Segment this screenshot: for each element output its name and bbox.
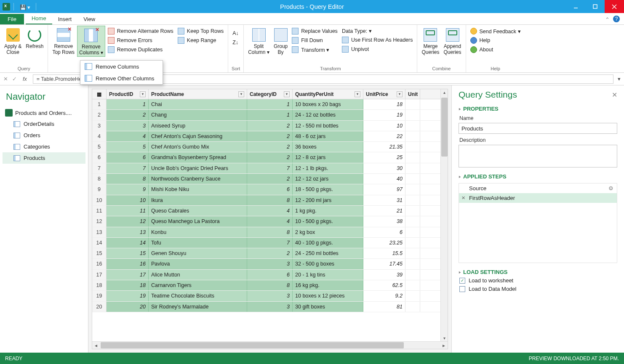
cell-productid[interactable]: 11 [107, 206, 149, 216]
cell-categoryid[interactable]: 3 [247, 291, 293, 301]
cell-qtyperunit[interactable]: 12 - 12 oz jars [293, 174, 363, 184]
merge-queries-button[interactable]: Merge Queries [420, 26, 441, 56]
cell-unit[interactable] [405, 291, 420, 301]
tab-view[interactable]: View [77, 14, 101, 24]
cell-productid[interactable]: 12 [107, 216, 149, 226]
cell-unitprice[interactable]: 21 [363, 206, 405, 216]
cell-productname[interactable]: Alice Mutton [149, 270, 247, 280]
cell-productname[interactable]: Queso Cabrales [149, 206, 247, 216]
dropdown-remove-other-columns[interactable]: Remove Other Columns [80, 72, 163, 84]
nav-item-orderdetails[interactable]: OrderDetails [3, 118, 85, 130]
cell-unitprice[interactable]: 21.35 [363, 142, 405, 152]
load-datamodel-checkbox[interactable]: Load to Data Model [459, 286, 616, 292]
cell-unit[interactable] [405, 259, 420, 269]
cell-productname[interactable]: Carnarvon Tigers [149, 280, 247, 290]
cell-unit[interactable] [405, 184, 420, 194]
cell-categoryid[interactable]: 2 [247, 131, 293, 141]
table-row[interactable]: 77Uncle Bob's Organic Dried Pears712 - 1… [92, 163, 448, 174]
cell-productname[interactable]: Grandma's Boysenberry Spread [149, 152, 247, 162]
cell-unitprice[interactable]: 25 [363, 152, 405, 162]
cell-unit[interactable] [405, 142, 420, 152]
cell-categoryid[interactable]: 4 [247, 206, 293, 216]
cell-unitprice[interactable]: 15.5 [363, 248, 405, 258]
cell-unitprice[interactable]: 40 [363, 174, 405, 184]
cell-unit[interactable] [405, 174, 420, 184]
cell-unitprice[interactable]: 62.5 [363, 280, 405, 290]
cell-productname[interactable]: Konbu [149, 227, 247, 237]
table-row[interactable]: 1212Queso Manchego La Pastora410 - 500 g… [92, 216, 448, 227]
cell-qtyperunit[interactable]: 24 - 12 oz bottles [293, 110, 363, 120]
cell-unitprice[interactable]: 6 [363, 227, 405, 237]
column-header-quantityperunit[interactable]: QuantityPerUnit▾ [293, 89, 363, 99]
tab-insert[interactable]: Insert [52, 14, 78, 24]
remove-duplicates-button[interactable]: Remove Duplicates [106, 46, 175, 53]
cell-categoryid[interactable]: 2 [247, 152, 293, 162]
cell-qtyperunit[interactable]: 2 kg box [293, 227, 363, 237]
data-type-button[interactable]: Data Type: ▾ [340, 27, 415, 35]
cell-productname[interactable]: Uncle Bob's Organic Dried Pears [149, 163, 247, 173]
table-row[interactable]: 99Mishi Kobe Niku618 - 500 g pkgs.97 [92, 184, 448, 195]
cell-unit[interactable] [405, 206, 420, 216]
table-row[interactable]: 1515Genen Shouyu224 - 250 ml bottles15.5 [92, 248, 448, 259]
send-feedback-button[interactable]: Send Feedback ▾ [469, 27, 523, 35]
cell-categoryid[interactable]: 2 [247, 174, 293, 184]
cell-qtyperunit[interactable]: 12 - 8 oz jars [293, 152, 363, 162]
table-row[interactable]: 1818Carnarvon Tigers816 kg pkg.62.5 [92, 280, 448, 291]
cell-unit[interactable] [405, 131, 420, 141]
remove-top-rows-button[interactable]: Remove Top Rows [51, 26, 76, 56]
table-row[interactable]: 55Chef Anton's Gumbo Mix236 boxes21.35 [92, 142, 448, 152]
column-header-productname[interactable]: ProductName▾ [149, 89, 247, 99]
cell-productname[interactable]: Pavlova [149, 259, 247, 269]
transform-button[interactable]: Transform ▾ [290, 46, 339, 53]
cell-productid[interactable]: 15 [107, 248, 149, 258]
cell-unit[interactable] [405, 270, 420, 280]
cell-productid[interactable]: 17 [107, 270, 149, 280]
cell-productid[interactable]: 10 [107, 195, 149, 205]
cell-unitprice[interactable]: 9.2 [363, 291, 405, 301]
table-row[interactable]: 11Chai110 boxes x 20 bags18 [92, 99, 448, 110]
table-row[interactable]: 2020Sir Rodney's Marmalade330 gift boxes… [92, 302, 448, 312]
unpivot-button[interactable]: Unpivot [340, 45, 415, 53]
cell-unit[interactable] [405, 302, 420, 312]
cell-productid[interactable]: 6 [107, 152, 149, 162]
description-input[interactable] [459, 145, 617, 167]
cell-qtyperunit[interactable]: 48 - 6 oz jars [293, 131, 363, 141]
nav-item-products[interactable]: Products [3, 152, 85, 164]
split-column-button[interactable]: Split Column ▾ [246, 26, 271, 56]
cell-qtyperunit[interactable]: 36 boxes [293, 142, 363, 152]
table-row[interactable]: 1717Alice Mutton620 - 1 kg tins39 [92, 270, 448, 280]
cell-categoryid[interactable]: 1 [247, 110, 293, 120]
cell-productname[interactable]: Ikura [149, 195, 247, 205]
about-button[interactable]: About [469, 46, 523, 53]
cell-categoryid[interactable]: 2 [247, 121, 293, 131]
cell-categoryid[interactable]: 1 [247, 99, 293, 109]
cell-qtyperunit[interactable]: 32 - 500 g boxes [293, 259, 363, 269]
cell-unit[interactable] [405, 280, 420, 290]
tab-home[interactable]: Home [26, 13, 52, 24]
cell-unitprice[interactable]: 30 [363, 163, 405, 173]
cell-unitprice[interactable]: 19 [363, 110, 405, 120]
cell-productname[interactable]: Chang [149, 110, 247, 120]
expand-formula-icon[interactable]: ▾ [618, 76, 621, 82]
cell-qtyperunit[interactable]: 40 - 100 g pkgs. [293, 238, 363, 248]
name-input[interactable]: Products [459, 123, 617, 134]
cell-productid[interactable]: 5 [107, 142, 149, 152]
cell-unitprice[interactable]: 10 [363, 121, 405, 131]
cell-productname[interactable]: Chef Anton's Gumbo Mix [149, 142, 247, 152]
applied-steps-header[interactable]: APPLIED STEPS [459, 173, 617, 180]
cell-productid[interactable]: 7 [107, 163, 149, 173]
cell-productname[interactable]: Mishi Kobe Niku [149, 184, 247, 194]
select-all-corner[interactable]: ▦ [92, 89, 107, 99]
cell-productname[interactable]: Queso Manchego La Pastora [149, 216, 247, 226]
step-firstrowasheader[interactable]: FirstRowAsHeader [459, 193, 617, 203]
cell-unitprice[interactable]: 81 [363, 302, 405, 312]
cell-qtyperunit[interactable]: 12 - 550 ml bottles [293, 121, 363, 131]
cell-categoryid[interactable]: 3 [247, 259, 293, 269]
apply-close-button[interactable]: Apply & Close [3, 26, 23, 56]
cell-unitprice[interactable]: 18 [363, 99, 405, 109]
cell-productid[interactable]: 4 [107, 131, 149, 141]
table-row[interactable]: 1919Teatime Chocolate Biscuits310 boxes … [92, 291, 448, 301]
cell-productid[interactable]: 8 [107, 174, 149, 184]
cell-qtyperunit[interactable]: 18 - 500 g pkgs. [293, 184, 363, 194]
minimize-button[interactable] [566, 0, 585, 13]
